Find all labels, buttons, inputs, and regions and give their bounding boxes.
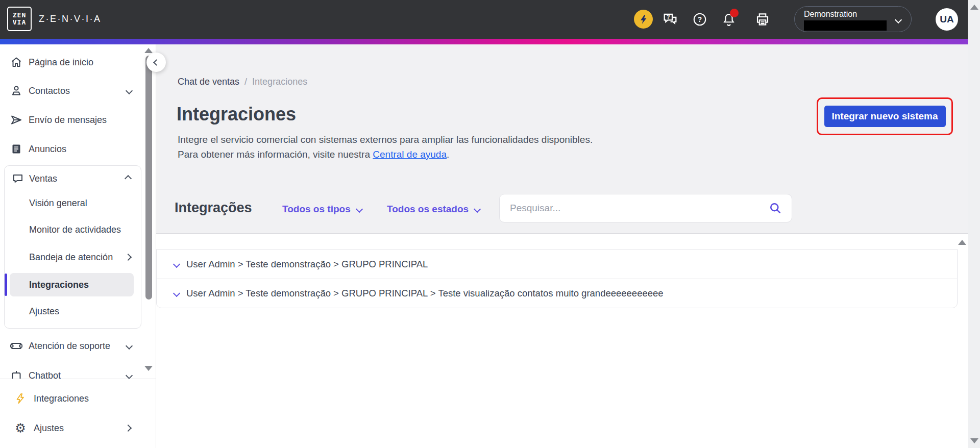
sidebar-item-label: Chatbot	[29, 370, 61, 379]
breadcrumb-current: Integraciones	[252, 77, 307, 87]
sidebar-item-integraciones-pinned[interactable]: Integraciones	[0, 386, 143, 411]
integration-row[interactable]: User Admin > Teste demonstração > GRUPO …	[157, 279, 957, 308]
section-title: Integrações	[175, 200, 252, 216]
type-filter-dropdown[interactable]: Todos os tipos	[282, 204, 362, 215]
help-icon[interactable]: ?	[691, 10, 709, 29]
sidebar-scrollbar-thumb[interactable]	[145, 56, 152, 300]
news-icon	[10, 143, 22, 155]
sidebar-item-vision-general[interactable]: Visión general	[5, 192, 141, 214]
sidebar-item-label: Monitor de actividades	[29, 225, 121, 235]
organization-name: Demonstration	[804, 9, 902, 19]
sidebar-item-label: Integraciones	[34, 393, 89, 404]
sidebar-pinned-section: Integraciones ⚙ Ajustes	[0, 379, 156, 448]
bolt-icon	[14, 392, 27, 405]
breadcrumb: Chat de ventas / Integraciones	[178, 77, 307, 87]
chevron-down-icon[interactable]	[173, 290, 180, 297]
sidebar-nav: Página de inicio Contactos Envío de mens…	[0, 44, 156, 379]
main-content: Chat de ventas / Integraciones Integraci…	[156, 44, 968, 448]
sidebar-item-ajustes-ventas[interactable]: Ajustes	[5, 300, 141, 322]
sidebar-item-label: Ajustes	[34, 423, 64, 434]
list-scroll-up-arrow[interactable]	[958, 240, 966, 245]
sidebar-item-integraciones-selected[interactable]: Integraciones	[10, 273, 134, 296]
integration-row-label: User Admin > Teste demonstração > GRUPO …	[186, 288, 664, 299]
redacted-org-id	[804, 20, 887, 31]
chevron-down-icon[interactable]	[173, 260, 180, 267]
brand-name: Z·E·N·V·I·A	[39, 14, 101, 24]
search-box	[499, 194, 792, 222]
notifications-bell-icon[interactable]	[720, 10, 738, 29]
sidebar-item-contacts[interactable]: Contactos	[0, 79, 143, 103]
brand-gradient-bar	[0, 39, 980, 44]
chevron-left-icon	[153, 59, 160, 66]
organization-selector[interactable]: Demonstration	[794, 6, 912, 32]
search-input[interactable]	[510, 203, 768, 214]
user-avatar[interactable]: UA	[936, 8, 958, 31]
page-scroll-up-arrow[interactable]	[970, 5, 978, 10]
page-header-section: Chat de ventas / Integraciones Integraci…	[156, 44, 968, 234]
status-filter-dropdown[interactable]: Todos os estados	[387, 204, 480, 215]
page-title: Integraciones	[177, 104, 296, 125]
sidebar-item-label: Visión general	[29, 198, 87, 209]
sidebar-collapse-button[interactable]	[146, 53, 166, 72]
chevron-right-icon	[125, 425, 132, 432]
breadcrumb-parent[interactable]: Chat de ventas	[178, 77, 239, 87]
sidebar-item-ventas[interactable]: Ventas	[5, 167, 141, 190]
zenvia-logo-icon[interactable]: ZEN VIA	[7, 7, 32, 31]
help-center-link[interactable]: Central de ayuda	[373, 149, 447, 160]
upgrade-bolt-icon[interactable]	[634, 10, 653, 29]
sidebar-item-label: Envío de mensajes	[29, 115, 107, 126]
topbar: ZEN VIA Z·E·N·V·I·A ? ?	[0, 0, 980, 39]
person-icon	[10, 85, 22, 97]
sidebar-item-label: Página de inicio	[29, 57, 93, 68]
sidebar-item-chatbot[interactable]: Chatbot	[0, 363, 143, 379]
description-period: .	[447, 149, 449, 160]
home-icon	[10, 56, 22, 68]
page-scroll-down-arrow[interactable]	[970, 438, 978, 443]
sidebar-scroll-down-arrow[interactable]	[144, 366, 153, 371]
sidebar-item-messaging[interactable]: Envío de mensajes	[0, 108, 143, 132]
chat-support-icon[interactable]: ?	[661, 10, 679, 29]
sidebar-item-ajustes-pinned[interactable]: ⚙ Ajustes	[0, 416, 143, 440]
sidebar-item-bandeja-atencion[interactable]: Bandeja de atención	[5, 246, 141, 268]
integrations-list: User Admin > Teste demonstração > GRUPO …	[156, 249, 958, 308]
integrations-list-panel: User Admin > Teste demonstração > GRUPO …	[156, 234, 968, 448]
sidebar-scroll-up-arrow[interactable]	[144, 48, 153, 53]
sidebar-group-ventas: Ventas Visión general Monitor de activid…	[4, 165, 141, 329]
send-icon	[10, 114, 22, 126]
integration-row[interactable]: User Admin > Teste demonstração > GRUPO …	[157, 250, 957, 279]
chevron-up-icon	[125, 175, 132, 182]
integrate-new-system-button[interactable]: Integrar nuevo sistema	[824, 106, 946, 127]
sidebar-item-monitor-actividades[interactable]: Monitor de actividades	[5, 218, 141, 241]
sidebar-item-label: Ventas	[29, 173, 57, 184]
page-scrollbar[interactable]	[968, 0, 980, 448]
selected-indicator-bar	[5, 273, 7, 296]
chevron-down-icon	[126, 372, 133, 379]
app-body: Página de inicio Contactos Envío de mens…	[0, 44, 968, 448]
screen: ZEN VIA Z·E·N·V·I·A ? ?	[0, 0, 980, 448]
printer-icon[interactable]	[753, 10, 772, 29]
brand: ZEN VIA Z·E·N·V·I·A	[7, 7, 101, 31]
svg-text:?: ?	[667, 14, 670, 20]
sidebar-item-announcements[interactable]: Anuncios	[0, 137, 143, 161]
robot-icon	[10, 369, 22, 379]
chevron-down-icon	[126, 87, 133, 94]
search-icon[interactable]	[768, 201, 782, 215]
logo-text-top: ZEN	[13, 12, 26, 19]
chevron-down-icon	[474, 206, 481, 213]
sidebar-item-home[interactable]: Página de inicio	[0, 50, 143, 74]
ticket-icon	[10, 340, 22, 352]
chat-bubble-icon	[12, 172, 24, 185]
notification-dot	[730, 9, 739, 17]
sidebar-item-label: Atención de soporte	[29, 341, 110, 352]
red-annotation-box: Integrar nuevo sistema	[817, 97, 953, 135]
sidebar-item-soporte[interactable]: Atención de soporte	[0, 334, 143, 358]
sidebar-item-label: Anuncios	[29, 144, 66, 155]
sidebar-item-label: Ajustes	[29, 306, 59, 317]
sidebar-item-label: Integraciones	[29, 280, 89, 290]
type-filter-label: Todos os tipos	[282, 204, 351, 215]
chevron-right-icon	[125, 254, 132, 261]
integration-row-label: User Admin > Teste demonstração > GRUPO …	[186, 259, 428, 270]
breadcrumb-separator: /	[244, 77, 247, 87]
page-description: Integre el servicio comercial con sistem…	[178, 132, 601, 162]
status-filter-label: Todos os estados	[387, 204, 469, 215]
